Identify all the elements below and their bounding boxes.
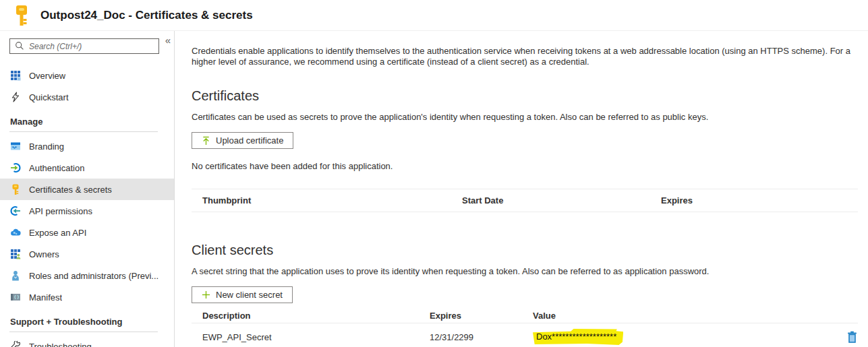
upload-certificate-button[interactable]: Upload certificate bbox=[192, 132, 293, 149]
quickstart-icon bbox=[10, 92, 21, 102]
key-icon bbox=[12, 5, 31, 26]
secret-expires: 12/31/2299 bbox=[430, 332, 533, 342]
sidebar-item-owners[interactable]: Owners bbox=[0, 243, 174, 265]
main-content: Credentials enable applications to ident… bbox=[175, 31, 868, 347]
certificates-table: Thumbprint Start Date Expires bbox=[192, 189, 858, 212]
sidebar-item-api-permissions[interactable]: API permissions bbox=[0, 200, 174, 222]
sidebar-item-label: Expose an API bbox=[29, 228, 86, 238]
column-header-value: Value bbox=[533, 311, 831, 321]
column-header-start-date: Start Date bbox=[462, 195, 661, 206]
sidebar-item-label: Manifest bbox=[29, 292, 62, 303]
sidebar-item-quickstart[interactable]: Quickstart bbox=[0, 86, 174, 108]
owners-icon bbox=[10, 249, 21, 259]
client-secret-row: EWP_API_Secret 12/31/2299 Dox***********… bbox=[192, 323, 858, 347]
client-secrets-description: A secret string that the application use… bbox=[192, 266, 858, 277]
branding-icon bbox=[10, 141, 21, 152]
certificates-table-header: Thumbprint Start Date Expires bbox=[192, 189, 858, 212]
certificates-heading: Certificates bbox=[192, 88, 858, 104]
sidebar-item-expose-api[interactable]: Expose an API bbox=[0, 222, 174, 243]
column-header-expires: Expires bbox=[661, 195, 858, 206]
divider bbox=[9, 332, 158, 332]
sidebar-item-authentication[interactable]: Authentication bbox=[0, 157, 174, 179]
roles-icon bbox=[10, 270, 21, 281]
sidebar-item-manifest[interactable]: Manifest bbox=[0, 286, 174, 308]
sidebar-item-label: Branding bbox=[29, 141, 64, 152]
sidebar-item-branding[interactable]: Branding bbox=[0, 135, 174, 157]
sidebar-item-certificates-secrets[interactable]: Certificates & secrets bbox=[0, 179, 174, 200]
secret-description: EWP_API_Secret bbox=[202, 332, 430, 342]
sidebar-item-label: API permissions bbox=[29, 206, 92, 216]
expose-api-icon bbox=[10, 227, 21, 238]
page-title: Outpost24_Doc - Certificates & secrets bbox=[40, 9, 253, 22]
sidebar-item-label: Quickstart bbox=[29, 92, 69, 102]
sidebar-item-label: Owners bbox=[29, 249, 59, 259]
search-input[interactable] bbox=[9, 38, 159, 54]
sidebar-section-manage: Manage bbox=[0, 108, 174, 130]
column-header-description: Description bbox=[202, 311, 430, 321]
column-header-expires: Expires bbox=[430, 311, 533, 321]
credentials-intro-text: Credentials enable applications to ident… bbox=[192, 46, 851, 67]
sidebar-item-label: Certificates & secrets bbox=[29, 185, 112, 195]
no-certificates-message: No certificates have been added for this… bbox=[192, 161, 858, 171]
sidebar-item-label: Overview bbox=[29, 71, 65, 81]
key-icon bbox=[10, 184, 21, 195]
page-header: Outpost24_Doc - Certificates & secrets bbox=[0, 0, 868, 31]
column-header-thumbprint: Thumbprint bbox=[202, 195, 462, 206]
troubleshooting-icon bbox=[10, 341, 21, 347]
sidebar-item-label: Troubleshooting bbox=[29, 342, 92, 347]
collapse-sidebar-icon[interactable]: « bbox=[165, 35, 171, 45]
client-secrets-heading: Client secrets bbox=[192, 242, 858, 258]
delete-secret-icon[interactable] bbox=[846, 331, 858, 343]
sidebar: « Overview bbox=[0, 31, 175, 347]
secret-value-highlighted: Dox******************* bbox=[533, 329, 623, 345]
sidebar-item-label: Authentication bbox=[29, 163, 84, 173]
certificates-description: Certificates can be used as secrets to p… bbox=[192, 112, 858, 123]
api-permissions-icon bbox=[10, 206, 21, 216]
divider bbox=[9, 131, 158, 132]
upload-icon bbox=[202, 136, 210, 146]
client-secrets-table-header: Description Expires Value bbox=[192, 309, 858, 323]
overview-icon bbox=[10, 70, 21, 81]
sidebar-section-support: Support + Troubleshooting bbox=[0, 308, 174, 330]
new-client-secret-button[interactable]: New client secret bbox=[192, 286, 293, 303]
client-secrets-table: Description Expires Value EWP_API_Secret… bbox=[192, 309, 858, 347]
authentication-icon bbox=[10, 162, 21, 173]
upload-certificate-label: Upload certificate bbox=[216, 135, 283, 146]
sidebar-item-roles-administrators[interactable]: Roles and administrators (Previ... bbox=[0, 265, 174, 286]
sidebar-item-label: Roles and administrators (Previ... bbox=[29, 271, 158, 281]
new-client-secret-label: New client secret bbox=[216, 290, 283, 300]
search-icon bbox=[15, 41, 24, 51]
manifest-icon bbox=[10, 292, 21, 303]
sidebar-item-overview[interactable]: Overview bbox=[0, 65, 174, 86]
plus-icon bbox=[202, 290, 210, 299]
sidebar-item-troubleshooting[interactable]: Troubleshooting bbox=[0, 336, 174, 347]
